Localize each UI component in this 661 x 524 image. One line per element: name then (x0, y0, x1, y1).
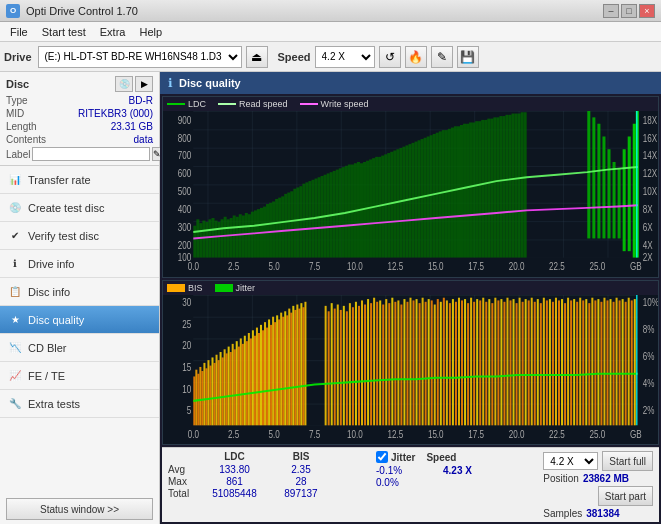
sidebar-item-disc-quality[interactable]: ★ Disc quality (0, 306, 159, 334)
svg-rect-172 (207, 360, 209, 425)
menu-start-test[interactable]: Start test (36, 24, 92, 40)
svg-rect-191 (246, 341, 248, 425)
svg-rect-288 (528, 300, 530, 425)
svg-text:14X: 14X (643, 151, 657, 162)
svg-rect-90 (408, 144, 411, 257)
svg-text:0.0: 0.0 (188, 427, 199, 439)
svg-rect-294 (546, 300, 548, 425)
svg-rect-53 (296, 187, 299, 257)
svg-text:8%: 8% (643, 322, 655, 334)
svg-rect-32 (233, 216, 236, 258)
svg-text:600: 600 (178, 168, 191, 179)
sidebar-item-label-create-test-disc: Create test disc (28, 202, 104, 214)
jitter-checkbox[interactable] (376, 451, 388, 463)
svg-rect-244 (394, 301, 396, 425)
svg-rect-230 (352, 307, 354, 425)
burn-button[interactable]: 🔥 (405, 46, 427, 68)
svg-rect-320 (625, 301, 627, 425)
title-controls[interactable]: – □ × (603, 4, 655, 18)
svg-text:2.5: 2.5 (228, 427, 239, 439)
svg-rect-127 (521, 112, 524, 257)
svg-rect-323 (634, 299, 636, 425)
start-part-button[interactable]: Start part (598, 486, 653, 506)
svg-rect-183 (230, 352, 232, 425)
disc-icon-btn-2[interactable]: ▶ (135, 76, 153, 92)
svg-rect-125 (515, 114, 518, 258)
svg-rect-24 (208, 219, 211, 257)
svg-rect-182 (228, 346, 230, 425)
svg-rect-105 (454, 126, 457, 257)
svg-rect-290 (534, 301, 536, 425)
sidebar-item-disc-info[interactable]: 📋 Disc info (0, 278, 159, 306)
speed-select[interactable]: 4.2 X (315, 46, 375, 68)
drive-select[interactable]: (E:) HL-DT-ST BD-RE WH16NS48 1.D3 (38, 46, 242, 68)
svg-rect-237 (373, 297, 375, 425)
svg-rect-241 (385, 299, 387, 425)
svg-rect-240 (382, 304, 384, 425)
svg-rect-273 (482, 297, 484, 425)
quality-header-icon: ℹ (168, 76, 173, 90)
sidebar-item-create-test-disc[interactable]: 💿 Create test disc (0, 194, 159, 222)
svg-rect-82 (384, 154, 387, 257)
svg-rect-85 (393, 151, 396, 258)
sidebar-item-drive-info[interactable]: ℹ Drive info (0, 250, 159, 278)
svg-rect-175 (214, 363, 216, 425)
drive-label: Drive (4, 51, 32, 63)
menu-help[interactable]: Help (133, 24, 168, 40)
disc-length-value: 23.31 GB (111, 121, 153, 132)
create-test-disc-icon: 💿 (8, 201, 22, 215)
status-window-button[interactable]: Status window >> (6, 498, 153, 520)
maximize-button[interactable]: □ (621, 4, 637, 18)
minimize-button[interactable]: – (603, 4, 619, 18)
disc-mid-label: MID (6, 108, 24, 119)
svg-rect-223 (331, 303, 333, 425)
sidebar-item-transfer-rate[interactable]: 📊 Transfer rate (0, 166, 159, 194)
svg-rect-201 (266, 327, 268, 425)
speed-col-header: Speed (426, 452, 456, 463)
read-speed-legend-label: Read speed (239, 99, 288, 109)
svg-rect-102 (445, 130, 448, 257)
speed-dropdown-stats[interactable]: 4.2 X (543, 452, 598, 470)
svg-text:30: 30 (182, 295, 191, 307)
svg-rect-291 (537, 299, 539, 425)
svg-rect-93 (418, 140, 421, 257)
svg-rect-38 (251, 212, 254, 258)
svg-text:10.0: 10.0 (347, 261, 363, 272)
svg-rect-307 (585, 299, 587, 425)
erase-button[interactable]: ✎ (431, 46, 453, 68)
svg-rect-21 (199, 223, 202, 257)
svg-rect-43 (266, 204, 269, 258)
svg-rect-28 (221, 219, 224, 257)
svg-text:7.5: 7.5 (309, 427, 320, 439)
main-layout: Disc 💿 ▶ Type BD-R MID RITEKBR3 (000) Le… (0, 72, 661, 524)
svg-text:700: 700 (178, 151, 191, 162)
disc-icon-btn-1[interactable]: 💿 (115, 76, 133, 92)
svg-rect-29 (224, 217, 227, 258)
svg-rect-188 (240, 338, 242, 425)
svg-rect-262 (449, 303, 451, 425)
svg-rect-246 (400, 304, 402, 425)
refresh-button[interactable]: ↺ (379, 46, 401, 68)
title-bar-left: O Opti Drive Control 1.70 (6, 4, 138, 18)
svg-rect-134 (613, 162, 616, 238)
svg-rect-284 (516, 303, 518, 425)
menu-file[interactable]: File (4, 24, 34, 40)
svg-rect-220 (304, 301, 306, 425)
menu-extra[interactable]: Extra (94, 24, 132, 40)
svg-rect-221 (325, 306, 327, 425)
sidebar-item-label-verify-test-disc: Verify test disc (28, 230, 99, 242)
top-chart-container: LDC Read speed Write speed (162, 96, 659, 278)
save-button[interactable]: 💾 (457, 46, 479, 68)
sidebar-item-fe-te[interactable]: 📈 FE / TE (0, 362, 159, 390)
sidebar-item-verify-test-disc[interactable]: ✔ Verify test disc (0, 222, 159, 250)
close-button[interactable]: × (639, 4, 655, 18)
sidebar-item-extra-tests[interactable]: 🔧 Extra tests (0, 390, 159, 418)
svg-rect-81 (381, 156, 384, 258)
eject-button[interactable]: ⏏ (246, 46, 268, 68)
sidebar-item-cd-bler[interactable]: 📉 CD Bler (0, 334, 159, 362)
disc-row-contents: Contents data (6, 134, 153, 145)
extra-tests-icon: 🔧 (8, 397, 22, 411)
label-input[interactable] (32, 147, 150, 161)
start-full-button[interactable]: Start full (602, 451, 653, 471)
svg-rect-243 (391, 297, 393, 425)
